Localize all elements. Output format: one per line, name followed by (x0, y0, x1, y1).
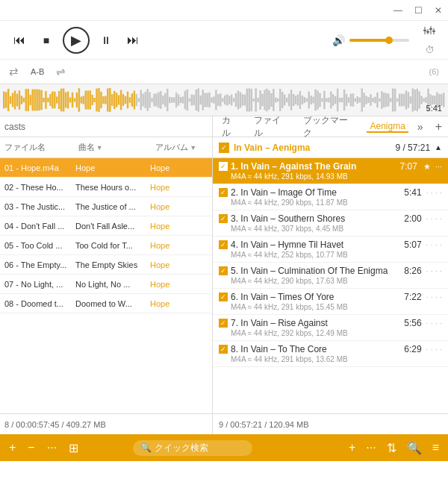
menu-button[interactable]: ··· (47, 441, 57, 454)
svg-rect-156 (330, 92, 332, 109)
song-row[interactable]: ✓7. In Vain – Rise Against5:56· · · ·M4A… (213, 315, 448, 341)
equalizer-button[interactable] (421, 22, 439, 40)
svg-rect-2 (430, 26, 432, 34)
track-row[interactable]: 06 - The Empty...The Empty SkiesHope (0, 255, 212, 275)
waveform[interactable]: 5:41 (0, 84, 448, 116)
svg-rect-57 (111, 94, 113, 106)
tab-item-ファイル[interactable]: ファイル (251, 114, 291, 140)
tab-item-ブックマーク[interactable]: ブックマーク (300, 114, 358, 140)
playlist-check[interactable]: ✓ (219, 143, 229, 153)
svg-rect-68 (136, 94, 137, 106)
song-menu-button[interactable]: · · · · (426, 319, 442, 328)
tab-item-aenigma[interactable]: Aenigma (367, 121, 408, 133)
repeat-button[interactable]: ⇌ (56, 65, 66, 78)
song-row[interactable]: ✓8. In Vain – To The Core6:29· · · ·M4A … (213, 341, 448, 367)
next-button[interactable]: ⏭ (122, 30, 143, 51)
svg-rect-193 (412, 88, 414, 111)
song-checkbox[interactable]: ✓ (219, 345, 228, 354)
track-row[interactable]: 03 - The Justic...The Justice of ...Hope (0, 197, 212, 216)
song-row[interactable]: ✓5. In Vain – Culmination Of The Enigma8… (213, 263, 448, 289)
search-section[interactable]: 🔍 クイック検索 (133, 440, 252, 456)
track-album: Hope (150, 241, 202, 250)
svg-rect-196 (418, 91, 420, 108)
song-menu-button[interactable]: · · · · (426, 345, 442, 354)
song-menu-button[interactable]: · · · · (426, 214, 442, 223)
playlist-collapse-button[interactable]: ▲ (435, 143, 442, 151)
search-input[interactable]: クイック検索 (155, 442, 229, 454)
song-menu-button[interactable]: · · · · (426, 240, 442, 249)
tab-add-button[interactable]: + (435, 120, 442, 134)
svg-rect-125 (261, 94, 263, 106)
song-menu-button[interactable]: · · · · (426, 293, 442, 301)
track-row[interactable]: 08 - Doomed t...Doomed to W...Hope (0, 294, 212, 313)
svg-rect-121 (252, 98, 254, 101)
song-list: ✓1. In Vain – Against The Grain7:07★···M… (213, 158, 448, 413)
svg-rect-144 (304, 97, 305, 103)
tab-bar: カルファイルブックマークAenigma»+ (213, 116, 448, 137)
add-button-right[interactable]: + (349, 441, 355, 454)
svg-rect-115 (240, 92, 241, 107)
svg-rect-65 (129, 97, 131, 103)
song-checkbox[interactable]: ✓ (219, 293, 228, 301)
maximize-button[interactable]: ☐ (414, 5, 423, 16)
svg-rect-37 (67, 92, 69, 109)
track-list: 01 - Hope.m4aHopeHope02 - These Ho...The… (0, 158, 212, 413)
song-row[interactable]: ✓2. In Vain – Image Of Time5:41· · · ·M4… (213, 184, 448, 210)
svg-rect-107 (222, 98, 223, 101)
svg-rect-10 (7, 89, 9, 111)
playlist-count: 9 / 57:21 (395, 143, 430, 153)
song-row[interactable]: ✓1. In Vain – Against The Grain7:07★···M… (213, 158, 448, 184)
song-row[interactable]: ✓4. In Vain – Hymne Til Havet5:07· · · ·… (213, 237, 448, 263)
track-row[interactable]: 02 - These Ho...These Hours o...Hope (0, 178, 212, 197)
close-button[interactable]: ✕ (435, 5, 442, 16)
song-menu-button[interactable]: ··· (435, 162, 442, 171)
pause-button[interactable]: ⏸ (96, 30, 116, 51)
menu-button-right[interactable]: ··· (366, 441, 376, 454)
minimize-button[interactable]: — (393, 5, 402, 16)
title-column-header[interactable]: 曲名 ▼ (78, 142, 153, 153)
sort-button[interactable]: ⇅ (387, 441, 396, 455)
song-row[interactable]: ✓3. In Vain – Southern Shores2:00· · · ·… (213, 210, 448, 237)
track-row[interactable]: 01 - Hope.m4aHopeHope (0, 158, 212, 178)
song-menu-button[interactable]: · · · · (426, 188, 442, 197)
svg-rect-22 (34, 90, 35, 111)
song-checkbox[interactable]: ✓ (219, 162, 228, 171)
svg-rect-34 (60, 89, 62, 112)
svg-rect-100 (206, 93, 208, 107)
add-track-button[interactable]: + (9, 441, 16, 454)
album-sort-arrow: ▼ (190, 144, 196, 151)
volume-slider[interactable] (349, 39, 409, 42)
clock-button[interactable]: ⏱ (421, 41, 439, 59)
track-file: 05 - Too Cold ... (4, 241, 75, 250)
track-row[interactable]: 04 - Don't Fall ...Don't Fall Asle...Hop… (0, 216, 212, 236)
play-button[interactable]: ▶ (63, 27, 90, 54)
svg-rect-183 (390, 98, 391, 102)
grid-button[interactable]: ⊞ (69, 441, 78, 455)
track-title: No Light, No ... (75, 280, 150, 289)
svg-rect-126 (264, 90, 265, 110)
track-file: 07 - No Light, ... (4, 280, 75, 289)
track-row[interactable]: 05 - Too Cold ...Too Cold for T...Hope (0, 236, 212, 255)
track-row[interactable]: 07 - No Light, ...No Light, No ...Hope (0, 275, 212, 294)
song-row[interactable]: ✓6. In Vain – Times Of Yore7:22· · · ·M4… (213, 289, 448, 315)
album-column-header[interactable]: アルバム ▼ (155, 142, 208, 153)
tab-item-カル[interactable]: カル (219, 114, 242, 140)
song-duration: 8:26 (404, 266, 421, 276)
remove-track-button[interactable]: − (28, 441, 34, 454)
song-checkbox[interactable]: ✓ (219, 188, 228, 197)
stop-button[interactable]: ■ (36, 30, 57, 51)
song-checkbox[interactable]: ✓ (219, 214, 228, 223)
song-checkbox[interactable]: ✓ (219, 266, 228, 275)
tab-more-button[interactable]: » (417, 121, 423, 133)
song-checkbox[interactable]: ✓ (219, 319, 228, 328)
song-star-button[interactable]: ★ (423, 162, 431, 172)
song-menu-button[interactable]: · · · · (426, 266, 442, 275)
shuffle-button[interactable]: ⇄ (9, 65, 19, 78)
svg-rect-154 (326, 98, 327, 101)
search-button-right[interactable]: 🔍 (407, 441, 422, 455)
ab-button[interactable]: A-B (31, 67, 44, 76)
song-checkbox[interactable]: ✓ (219, 240, 228, 249)
svg-rect-87 (178, 95, 179, 106)
hamburger-button[interactable]: ≡ (432, 441, 439, 454)
prev-button[interactable]: ⏮ (9, 30, 30, 51)
